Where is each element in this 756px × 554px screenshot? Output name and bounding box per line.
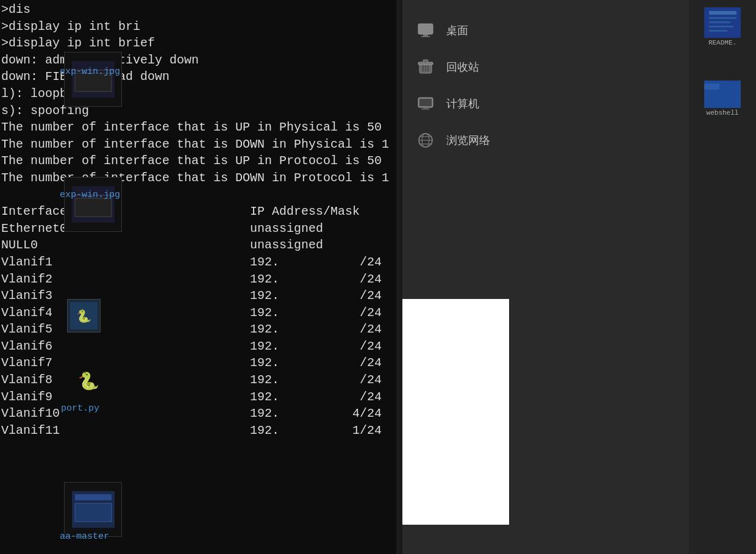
- aa-master-thumbnail: [64, 482, 122, 537]
- file-area: README. webshell: [689, 0, 756, 554]
- readme-icon: [704, 7, 741, 38]
- svg-rect-32: [709, 21, 730, 23]
- terminal: >dis >display ip int bri >display ip int…: [0, 0, 396, 554]
- svg-rect-11: [418, 24, 433, 34]
- svg-rect-30: [709, 11, 736, 15]
- network-label: 浏览网络: [446, 133, 490, 148]
- svg-rect-16: [423, 60, 428, 63]
- readme-file[interactable]: README.: [702, 5, 743, 49]
- python-icon: 🐍: [72, 366, 105, 400]
- svg-rect-36: [704, 84, 719, 90]
- svg-rect-9: [75, 494, 112, 500]
- svg-rect-31: [709, 17, 736, 19]
- exp-win-label-2: exp-win.jpg: [60, 189, 120, 202]
- svg-rect-23: [421, 109, 430, 110]
- svg-rect-13: [421, 36, 430, 37]
- svg-rect-10: [75, 503, 112, 522]
- white-popup: [402, 299, 509, 525]
- exp-win-label-1: exp-win.jpg: [60, 66, 120, 79]
- readme-label: README.: [708, 39, 736, 46]
- computer-icon: [415, 93, 437, 115]
- svg-rect-35: [704, 87, 741, 108]
- exp-win-thumbnail-1: [64, 52, 122, 107]
- svg-text:🐍: 🐍: [76, 309, 91, 324]
- webshell-folder[interactable]: webshell: [702, 78, 743, 119]
- port-py-label: port.py: [61, 403, 99, 416]
- webshell-icon: [704, 81, 741, 108]
- aa-master-label: aa-master: [60, 531, 109, 544]
- desktop-label: 桌面: [446, 23, 468, 38]
- desktop-icon: [415, 20, 437, 41]
- computer-label: 计算机: [446, 96, 479, 111]
- svg-rect-33: [709, 26, 733, 27]
- recycle-icon: [415, 56, 437, 78]
- network-icon: [415, 129, 437, 151]
- exp-win-thumbnail-2: [64, 177, 122, 232]
- recycle-label: 回收站: [446, 60, 479, 74]
- svg-rect-21: [419, 99, 432, 106]
- webshell-label: webshell: [707, 109, 739, 117]
- py-thumbnail: 🐍: [67, 299, 101, 333]
- svg-rect-34: [709, 30, 727, 32]
